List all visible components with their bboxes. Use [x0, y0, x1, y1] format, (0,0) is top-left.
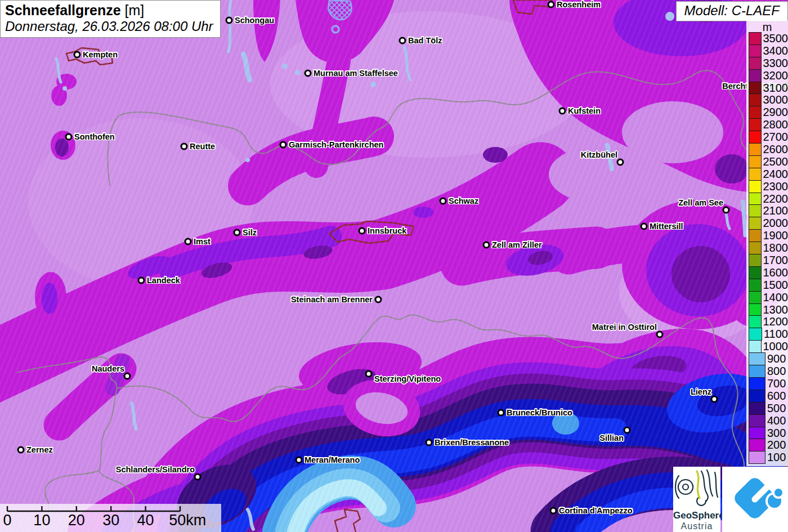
weather-map-screenshot: SchongauRosenheimBad TölzKemptenMurnau a… — [0, 0, 788, 532]
legend-entry: 100 — [749, 451, 788, 464]
legend-entry: 1500 — [749, 279, 788, 292]
legend-entry: 2500 — [749, 156, 788, 168]
legend-value: 100 — [767, 451, 786, 464]
legend-value: 2700 — [763, 131, 788, 144]
scalebar-label: 30 — [102, 512, 119, 529]
city-marker — [305, 70, 312, 77]
city-label: Kitzbühel — [581, 150, 617, 159]
legend-value: 3500 — [763, 33, 788, 45]
legend-swatch — [749, 69, 762, 82]
legend-entry: 3100 — [749, 82, 788, 95]
city-label: Imst — [194, 237, 211, 246]
legend-value: 2600 — [763, 144, 788, 156]
legend-value: 2000 — [763, 217, 788, 230]
legend-swatch — [749, 217, 762, 230]
legend-swatch — [749, 168, 762, 181]
city-marker — [296, 457, 303, 464]
city-label: Sillian — [599, 433, 624, 442]
city-label: Landeck — [147, 276, 180, 285]
mountain-cloud-icon — [722, 467, 788, 532]
legend-swatch — [749, 352, 765, 365]
city-marker — [548, 1, 555, 8]
city-marker — [65, 133, 73, 141]
legend-swatch — [749, 377, 765, 390]
legend-value: 900 — [767, 353, 786, 365]
legend-value: 1200 — [763, 316, 788, 328]
legend-value: 3300 — [763, 57, 788, 70]
geosphere-logo: GeoSphere Austria — [673, 467, 720, 532]
city-label: Zernez — [26, 445, 53, 454]
legend-value: 800 — [767, 365, 786, 378]
city-marker — [138, 277, 145, 284]
city-label: Zell am See — [678, 198, 723, 207]
city-label: Reutte — [190, 142, 215, 151]
legend-value: 1100 — [764, 328, 788, 341]
legend-swatch — [749, 32, 762, 45]
legend-entry: 1000 — [749, 341, 788, 353]
city-label: Sonthofen — [74, 132, 115, 141]
legend-entry: 700 — [749, 378, 788, 390]
legend-swatch — [749, 340, 762, 353]
city-marker — [280, 141, 287, 149]
city-label: Schongau — [235, 16, 274, 25]
legend-swatch — [749, 390, 765, 403]
legend-swatch — [749, 180, 762, 193]
legend-value: 1600 — [763, 267, 788, 279]
legend-entry: 2900 — [749, 106, 788, 119]
geosphere-country: Austria — [673, 521, 720, 531]
geosphere-contour-icon — [673, 467, 720, 507]
city-marker — [550, 507, 557, 515]
city-marker — [711, 396, 718, 403]
legend-swatch — [749, 291, 762, 304]
city-marker — [124, 373, 131, 380]
legend-value: 600 — [767, 390, 786, 403]
city-marker — [624, 427, 631, 434]
legend-swatch — [749, 242, 762, 254]
legend-swatch — [749, 266, 762, 279]
city-label: Cortina d'Ampezzo — [559, 506, 633, 515]
city-marker — [559, 108, 566, 115]
legend-entry: 2600 — [749, 144, 788, 156]
legend-swatch — [749, 57, 762, 70]
city-label: Sterzing/Vipiteno — [374, 374, 441, 383]
city-marker — [656, 331, 664, 338]
legend-value: 3200 — [763, 70, 788, 82]
legend-entry: 600 — [749, 390, 788, 403]
legend-entry: 1900 — [749, 230, 788, 242]
map-datetime: Donnerstag, 26.03.2026 08:00 Uhr — [5, 19, 213, 34]
city-label: Nauders — [92, 364, 124, 373]
legend-value: 2300 — [763, 181, 788, 193]
city-label: Lienz — [691, 387, 711, 396]
city-label: Innsbruck — [368, 226, 406, 235]
legend-swatch — [749, 279, 762, 292]
city-label: Bad Tölz — [408, 36, 442, 45]
legend-entry: 2800 — [749, 119, 788, 131]
city-marker — [617, 159, 624, 166]
city-layer: SchongauRosenheimBad TölzKemptenMurnau a… — [0, 0, 788, 532]
legend-swatch — [749, 82, 762, 95]
legend-entry: 3200 — [749, 70, 788, 82]
city-marker — [426, 439, 433, 446]
legend-swatch — [749, 427, 765, 440]
legend-entry: 2100 — [749, 205, 788, 217]
city-label: Bruneck/Brunico — [507, 408, 572, 417]
city-label: Kempten — [83, 50, 118, 59]
city-label: Kufstein — [568, 106, 601, 115]
legend-entry: 1600 — [749, 267, 788, 279]
city-label: Mittersill — [650, 222, 683, 231]
city-label: Silz — [243, 228, 257, 237]
legend-value: 300 — [767, 427, 786, 440]
scalebar-label: 10 — [33, 512, 50, 529]
legend-value: 400 — [767, 415, 786, 427]
legend-swatch — [749, 93, 762, 106]
city-label: Meran/Merano — [305, 455, 360, 464]
legend-entry: 1700 — [749, 254, 788, 267]
city-marker — [181, 143, 188, 150]
legend-swatch — [749, 328, 762, 341]
legend-entry: 2000 — [749, 217, 788, 230]
legend-swatch — [749, 303, 762, 316]
legend-entry: 2700 — [749, 131, 788, 144]
legend-entry: 1200 — [749, 316, 788, 328]
legend-swatch — [749, 254, 762, 267]
legend-value: 2900 — [763, 106, 788, 119]
